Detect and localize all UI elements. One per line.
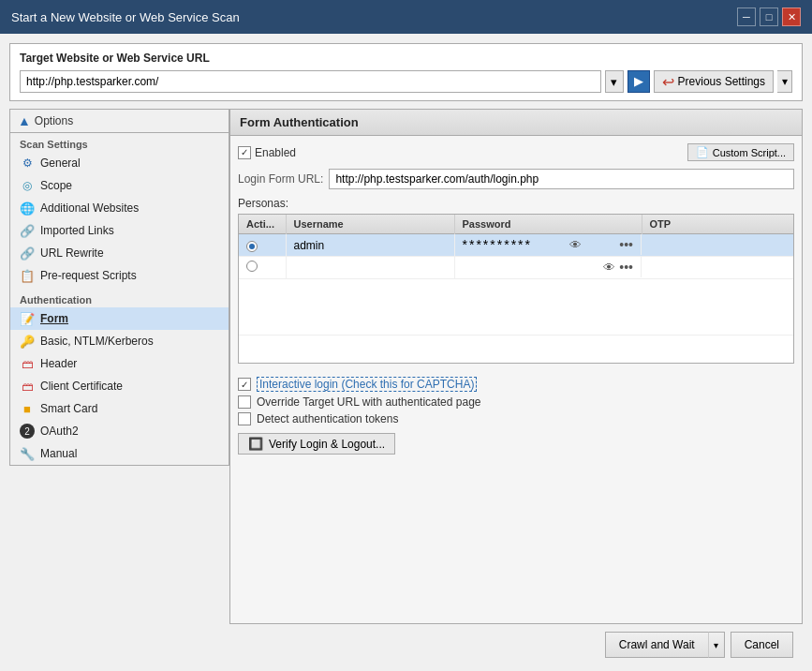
sidebar-item-url-rewrite-label: URL Rewrite <box>40 246 104 260</box>
custom-script-icon: 📄 <box>696 146 709 158</box>
target-row: ▾ ▶ ↩ Previous Settings ▾ <box>20 70 792 93</box>
target-label: Target Website or Web Service URL <box>20 52 792 65</box>
crawl-wait-dropdown[interactable]: ▾ <box>708 632 725 658</box>
col-active: Acti... <box>239 215 286 234</box>
enabled-row: Enabled 📄 Custom Script... <box>238 143 794 161</box>
options-checks: Interactive login (Check this for CAPTCH… <box>238 377 794 425</box>
sidebar-item-header[interactable]: 🗃 Header <box>10 352 229 375</box>
window-title: Start a New Website or Web Service Scan <box>11 10 240 24</box>
previous-settings-button[interactable]: ↩ Previous Settings <box>654 70 774 93</box>
table-row[interactable]: admin ********** 👁 ••• <box>239 234 793 257</box>
sidebar-item-general[interactable]: ⚙ General <box>10 152 229 174</box>
col-password: Password <box>454 215 642 234</box>
persona-password-0: ********** <box>463 237 532 252</box>
options-group: ▲ Options Scan Settings ⚙ General ◎ Scop… <box>9 109 229 466</box>
crawl-and-wait-button[interactable]: Crawl and Wait <box>605 632 708 658</box>
verify-icon: 🔲 <box>248 437 263 451</box>
sidebar-item-pre-request-scripts-label: Pre-request Scripts <box>40 269 137 282</box>
sidebar-item-basic[interactable]: 🔑 Basic, NTLM/Kerberos <box>10 330 229 352</box>
cancel-button[interactable]: Cancel <box>731 632 793 658</box>
prev-settings-icon: ↩ <box>662 73 674 91</box>
minimize-button[interactable]: ─ <box>737 7 756 26</box>
persona-radio-1[interactable] <box>246 261 258 272</box>
sidebar-item-scope[interactable]: ◎ Scope <box>10 174 229 197</box>
url-rewrite-icon: 🔗 <box>20 246 35 261</box>
detect-tokens-checkbox[interactable] <box>238 412 251 425</box>
url-dropdown-button[interactable]: ▾ <box>605 70 624 93</box>
restore-button[interactable]: □ <box>760 7 778 26</box>
persona-radio-0[interactable] <box>246 241 258 252</box>
target-section: Target Website or Web Service URL ▾ ▶ ↩ … <box>9 43 803 101</box>
auth-label: Authentication <box>10 287 229 307</box>
verify-label: Verify Login & Logout... <box>269 438 385 451</box>
enabled-checkbox[interactable] <box>238 146 251 159</box>
basic-auth-icon: 🔑 <box>20 334 35 349</box>
form-auth-title: Form Authentication <box>230 110 802 136</box>
custom-script-label: Custom Script... <box>713 147 786 158</box>
sidebar-item-additional-websites[interactable]: 🌐 Additional Websites <box>10 197 229 219</box>
sidebar-item-scope-label: Scope <box>40 179 72 192</box>
custom-script-button[interactable]: 📄 Custom Script... <box>687 143 794 161</box>
options-header: ▲ Options <box>10 110 229 133</box>
target-url-input[interactable] <box>20 70 601 93</box>
table-row[interactable]: 👁 ••• <box>239 257 793 279</box>
interactive-login-row: Interactive login (Check this for CAPTCH… <box>238 377 794 392</box>
general-icon: ⚙ <box>20 156 35 171</box>
main-content: Target Website or Web Service URL ▾ ▶ ↩ … <box>0 34 812 671</box>
pre-request-scripts-icon: 📋 <box>20 268 35 283</box>
sidebar-item-form-label: Form <box>40 312 68 325</box>
manual-icon: 🔧 <box>20 446 35 461</box>
personas-tbody: admin ********** 👁 ••• <box>239 234 793 336</box>
sidebar-item-pre-request-scripts[interactable]: 📋 Pre-request Scripts <box>10 264 229 287</box>
close-button[interactable]: ✕ <box>782 7 801 26</box>
persona-otp-cell <box>642 234 793 257</box>
sidebar-item-general-label: General <box>40 157 81 170</box>
login-url-label: Login Form URL: <box>238 172 323 186</box>
left-panel: ▲ Options Scan Settings ⚙ General ◎ Scop… <box>9 109 229 624</box>
login-url-input[interactable] <box>329 169 794 189</box>
interactive-login-checkbox[interactable] <box>238 378 251 391</box>
personas-data-table: Acti... Username Password OTP <box>239 215 793 336</box>
persona-otp-cell-1 <box>642 257 793 279</box>
form-auth-body: Enabled 📄 Custom Script... Login Form UR… <box>230 136 802 623</box>
login-url-row: Login Form URL: <box>238 169 794 189</box>
scope-icon: ◎ <box>20 178 35 193</box>
prev-settings-dropdown[interactable]: ▾ <box>777 70 792 93</box>
sidebar-item-smart-card[interactable]: ■ Smart Card <box>10 397 229 420</box>
window-controls: ─ □ ✕ <box>737 7 801 26</box>
sidebar-item-imported-links-label: Imported Links <box>40 224 114 237</box>
sidebar-item-url-rewrite[interactable]: 🔗 URL Rewrite <box>10 242 229 264</box>
sidebar-item-client-cert[interactable]: 🗃 Client Certificate <box>10 375 229 397</box>
additional-websites-icon: 🌐 <box>20 201 35 216</box>
persona-active-cell <box>239 234 286 257</box>
verify-login-button[interactable]: 🔲 Verify Login & Logout... <box>238 433 395 455</box>
eye-icon-1[interactable]: 👁 <box>603 261 615 275</box>
imported-links-icon: 🔗 <box>20 223 35 238</box>
sidebar-item-oauth2[interactable]: 2 OAuth2 <box>10 420 229 442</box>
scan-settings-label: Scan Settings <box>10 133 229 152</box>
sidebar-item-client-cert-label: Client Certificate <box>40 380 123 393</box>
persona-password-cell-1: 👁 ••• <box>455 257 642 277</box>
form-auth-box: Form Authentication Enabled 📄 Custom Scr… <box>229 109 803 624</box>
options-label: Options <box>35 114 73 127</box>
url-open-button[interactable]: ▶ <box>627 70 650 93</box>
sidebar-item-additional-websites-label: Additional Websites <box>40 201 139 215</box>
persona-menu-1[interactable]: ••• <box>619 260 633 275</box>
personas-table: Acti... Username Password OTP <box>238 214 794 364</box>
sidebar-item-form[interactable]: 📝 Form <box>10 307 229 330</box>
interactive-login-label: Interactive login (Check this for CAPTCH… <box>257 377 477 392</box>
enabled-label: Enabled <box>255 146 296 159</box>
sidebar-item-oauth2-label: OAuth2 <box>40 425 79 438</box>
override-target-checkbox[interactable] <box>238 395 251 409</box>
personas-thead: Acti... Username Password OTP <box>239 215 793 234</box>
persona-menu-0[interactable]: ••• <box>619 237 633 252</box>
eye-icon-0[interactable]: 👁 <box>569 238 582 252</box>
right-panel: Form Authentication Enabled 📄 Custom Scr… <box>229 109 803 624</box>
detect-tokens-label: Detect authentication tokens <box>257 412 398 425</box>
smart-card-icon: ■ <box>20 401 35 416</box>
options-arrow-icon: ▲ <box>18 113 31 128</box>
sidebar-item-basic-label: Basic, NTLM/Kerberos <box>40 335 154 348</box>
sidebar-item-imported-links[interactable]: 🔗 Imported Links <box>10 219 229 242</box>
oauth2-icon: 2 <box>20 424 35 439</box>
sidebar-item-manual[interactable]: 🔧 Manual <box>10 442 229 465</box>
